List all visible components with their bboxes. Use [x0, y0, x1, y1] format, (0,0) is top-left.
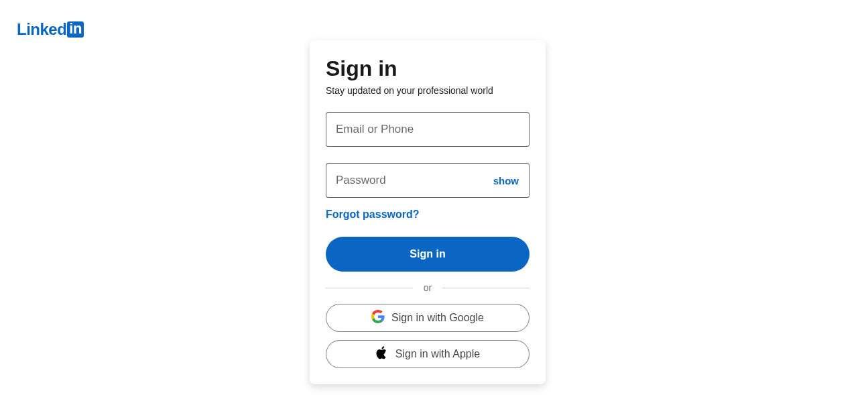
- google-signin-label: Sign in with Google: [391, 312, 484, 324]
- divider: or: [326, 282, 530, 293]
- email-field-wrapper: [326, 112, 530, 147]
- google-signin-button[interactable]: Sign in with Google: [326, 304, 530, 332]
- google-icon: [371, 310, 385, 326]
- apple-signin-label: Sign in with Apple: [395, 348, 480, 360]
- divider-text: or: [413, 282, 442, 293]
- password-field-wrapper: show: [326, 163, 530, 198]
- show-password-button[interactable]: show: [491, 172, 521, 189]
- apple-signin-button[interactable]: Sign in with Apple: [326, 340, 530, 368]
- email-field[interactable]: [326, 112, 530, 147]
- logo-in-box: in: [67, 21, 84, 38]
- page-subtitle: Stay updated on your professional world: [326, 85, 530, 96]
- page-title: Sign in: [326, 56, 530, 81]
- signin-card: Sign in Stay updated on your professiona…: [310, 40, 546, 384]
- signin-button[interactable]: Sign in: [326, 237, 530, 272]
- logo-text: Linked: [17, 20, 66, 39]
- forgot-password-link[interactable]: Forgot password?: [326, 209, 420, 221]
- apple-icon: [375, 346, 389, 362]
- linkedin-logo[interactable]: Linkedin: [17, 20, 84, 39]
